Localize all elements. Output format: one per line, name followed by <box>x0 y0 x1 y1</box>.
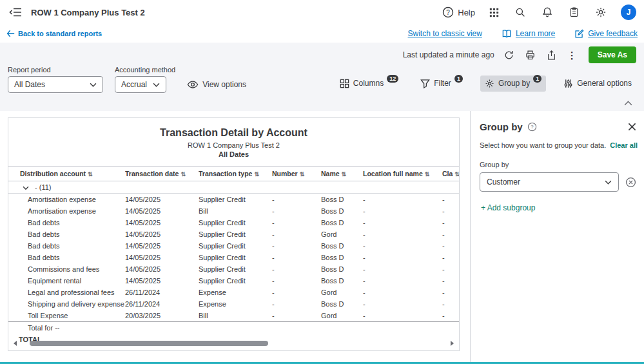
tasks-clipboard-icon[interactable] <box>567 5 581 19</box>
scroll-right-arrow[interactable] <box>451 341 454 346</box>
table-row[interactable]: Equipment rental14/05/2025Supplier Credi… <box>8 275 460 287</box>
general-options-button[interactable]: General options <box>559 76 636 92</box>
column-header-6[interactable]: Cla⇅ <box>442 167 460 181</box>
total-for-row: Total for -- <box>8 322 460 334</box>
column-header-2[interactable]: Transaction type⇅ <box>199 167 272 181</box>
chevron-down-icon <box>90 83 97 87</box>
user-avatar[interactable]: J <box>621 5 636 20</box>
settings-gear-icon[interactable] <box>594 5 608 19</box>
accounting-method-field: Accounting method Accrual <box>115 66 175 93</box>
sort-arrows-icon: ⇅ <box>254 171 259 177</box>
top-bar: ROW 1 Company Plus Test 2 ? Help <box>0 0 644 25</box>
accounting-method-label: Accounting method <box>115 66 175 74</box>
report-period-label: Report period <box>8 66 103 74</box>
table-row[interactable]: Bad debts14/05/2025Supplier Credit-Boss … <box>8 240 460 252</box>
report-period-select[interactable]: All Dates <box>8 76 103 93</box>
sliders-icon <box>563 79 573 88</box>
remove-group-icon[interactable] <box>624 176 638 189</box>
close-panel-icon[interactable] <box>627 121 638 132</box>
group-by-gear-icon <box>485 79 494 88</box>
collapse-toolbar-chevron-icon[interactable] <box>623 99 634 107</box>
group-by-count-badge: 1 <box>533 75 542 83</box>
report-period-text: All Dates <box>8 150 459 158</box>
columns-count-badge: 12 <box>387 75 398 83</box>
table-row[interactable]: Bad debts14/05/2025Supplier Credit-Gord-… <box>8 228 460 240</box>
sub-header: Back to standard reports Switch to class… <box>0 25 644 43</box>
arrow-left-icon <box>6 30 15 37</box>
book-icon <box>502 29 512 38</box>
column-header-4[interactable]: Name⇅ <box>321 167 363 181</box>
help-button[interactable]: ? Help <box>442 6 475 18</box>
nav-collapse-icon[interactable] <box>8 6 23 19</box>
svg-text:?: ? <box>446 9 450 16</box>
table-row[interactable]: Shipping and delivery expense26/11/2024E… <box>8 298 460 310</box>
table-row[interactable]: Amortisation expense14/05/2025Bill-Boss … <box>8 205 460 217</box>
chevron-down-icon <box>605 180 612 185</box>
print-icon[interactable] <box>523 48 537 62</box>
group-by-select[interactable]: Customer <box>480 172 619 192</box>
filter-button[interactable]: Filter 1 <box>416 76 467 92</box>
table-row[interactable]: Bad debts14/05/2025Supplier Credit-Boss … <box>8 217 460 228</box>
group-row[interactable]: - (11) <box>8 181 460 194</box>
table-row[interactable]: Bad debts14/05/2025Supplier Credit-Boss … <box>8 252 460 263</box>
table-row[interactable]: Toll Expense20/03/2025Bill-Gord-- <box>8 310 460 322</box>
scrollbar-thumb[interactable] <box>30 341 268 346</box>
scrollbar-track[interactable] <box>21 341 447 346</box>
accounting-method-select[interactable]: Accrual <box>115 76 166 93</box>
filter-funnel-icon <box>420 79 430 88</box>
group-by-button[interactable]: Group by 1 <box>480 76 546 92</box>
filter-count-badge: 1 <box>454 75 463 83</box>
report-area: Transaction Detail by Account ROW 1 Comp… <box>0 111 470 363</box>
columns-icon <box>340 79 349 88</box>
back-to-standard-reports-link[interactable]: Back to standard reports <box>6 30 102 37</box>
column-header-5[interactable]: Location full name⇅ <box>363 167 442 181</box>
refresh-icon[interactable] <box>502 48 516 62</box>
chevron-down-icon <box>153 83 160 87</box>
columns-button[interactable]: Columns 12 <box>335 76 403 92</box>
add-subgroup-link[interactable]: + Add subgroup <box>481 203 535 212</box>
export-icon[interactable] <box>545 48 558 62</box>
apps-grid-icon[interactable] <box>488 6 500 19</box>
group-by-panel: Group by ? Select how you want to group … <box>470 111 644 363</box>
table-row[interactable]: Amortisation expense14/05/2025Supplier C… <box>8 194 460 206</box>
sort-arrows-icon: ⇅ <box>425 171 430 177</box>
group-by-field-label: Group by <box>480 161 638 168</box>
help-circle-icon[interactable]: ? <box>527 122 537 132</box>
more-options-icon[interactable]: ⋮ <box>566 49 578 61</box>
group-label: - (11) <box>35 183 51 191</box>
panel-description: Select how you want to group your data. <box>480 141 606 149</box>
column-header-3[interactable]: Number⇅ <box>272 167 321 181</box>
company-title: ROW 1 Company Plus Test 2 <box>31 8 145 17</box>
table-header-row: Distribution account⇅Transaction date⇅Tr… <box>8 167 460 181</box>
report-period-field: Report period All Dates <box>8 66 103 93</box>
svg-text:?: ? <box>531 124 534 130</box>
give-feedback-link[interactable]: Give feedback <box>574 29 638 39</box>
column-header-0[interactable]: Distribution account⇅ <box>8 167 125 181</box>
chevron-down-icon <box>23 183 31 191</box>
horizontal-scrollbar <box>14 339 454 347</box>
report-toolbar: Last updated a minute ago ⋮ Save As Repo… <box>0 43 644 111</box>
learn-more-link[interactable]: Learn more <box>502 29 555 38</box>
view-options-button[interactable]: View options <box>187 76 246 93</box>
report-table: Distribution account⇅Transaction date⇅Tr… <box>8 166 460 345</box>
column-header-1[interactable]: Transaction date⇅ <box>125 167 199 181</box>
clear-all-link[interactable]: Clear all <box>610 141 638 149</box>
sort-arrows-icon: ⇅ <box>88 171 93 177</box>
sort-arrows-icon: ⇅ <box>454 171 460 177</box>
notifications-bell-icon[interactable] <box>540 5 554 19</box>
panel-title: Group by <box>480 121 523 132</box>
save-as-button[interactable]: Save As <box>589 46 636 63</box>
sort-arrows-icon: ⇅ <box>300 171 305 177</box>
table-row[interactable]: Legal and professional fees26/11/2024Exp… <box>8 287 460 298</box>
last-updated-text: Last updated a minute ago <box>403 50 494 59</box>
eye-icon <box>187 80 199 89</box>
scroll-left-arrow[interactable] <box>14 341 17 346</box>
feedback-pencil-icon <box>574 29 584 39</box>
table-row[interactable]: Commissions and fees14/05/2025Supplier C… <box>8 263 460 275</box>
help-icon: ? <box>442 6 454 18</box>
switch-to-classic-view-link[interactable]: Switch to classic view <box>408 29 482 38</box>
sort-arrows-icon: ⇅ <box>181 171 186 177</box>
search-icon[interactable] <box>513 5 527 19</box>
sort-arrows-icon: ⇅ <box>342 171 347 177</box>
report-card: Transaction Detail by Account ROW 1 Comp… <box>8 117 460 351</box>
